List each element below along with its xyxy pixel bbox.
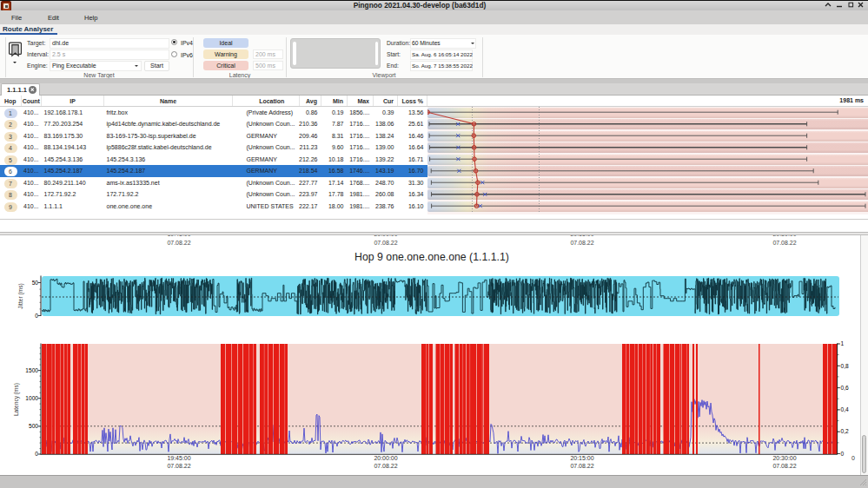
svg-text:0: 0 <box>841 451 845 457</box>
svg-text:0,8: 0,8 <box>841 363 849 369</box>
svg-text:0,6: 0,6 <box>841 385 849 391</box>
svg-text:0,4: 0,4 <box>841 406 849 412</box>
svg-text:0,2: 0,2 <box>841 428 849 434</box>
svg-text:1000: 1000 <box>25 395 38 401</box>
svg-text:Latency (ms): Latency (ms) <box>13 383 20 416</box>
svg-text:500: 500 <box>29 423 38 429</box>
svg-text:1: 1 <box>841 340 845 346</box>
svg-text:1500: 1500 <box>25 367 38 373</box>
